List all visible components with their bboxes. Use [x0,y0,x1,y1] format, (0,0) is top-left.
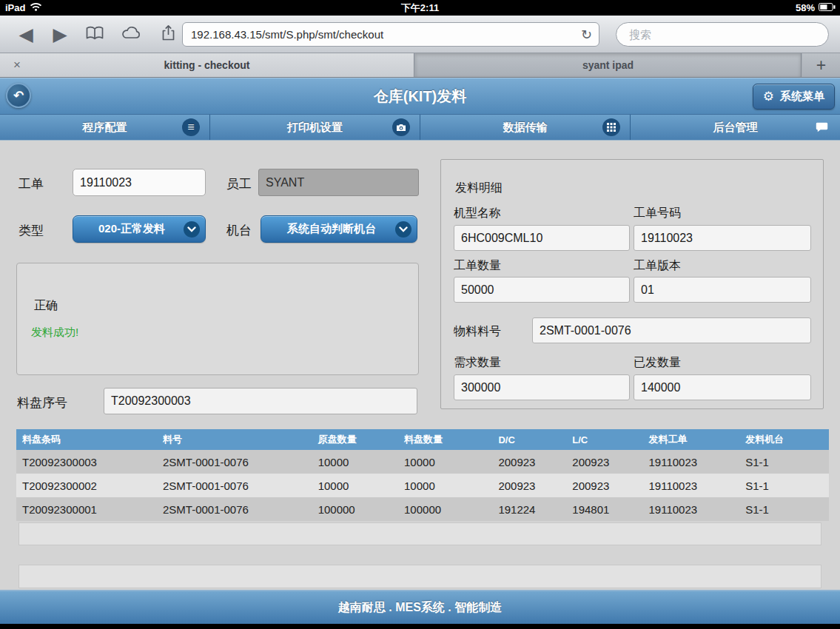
back-arrow-icon: ◀ [19,25,33,44]
issued-qty-label: 已发数量 [634,355,681,371]
col-header-lc: L/C [566,429,642,450]
col-header-dc: D/C [492,429,566,450]
col-header-barcode: 料盘条码 [16,429,157,450]
employee-field [258,169,419,196]
chevron-down-icon [395,221,411,238]
empty-row [19,522,821,545]
col-header-orig-qty: 原盘数量 [312,429,398,450]
search-input[interactable] [628,27,817,41]
browser-toolbar: ◀ ▶ [0,16,840,53]
status-message-box: 正确 发料成功! [16,263,419,375]
type-label: 类型 [19,222,44,239]
col-header-issue-order: 发料工单 [643,429,740,450]
required-qty-field [454,374,630,400]
status-message: 发料成功! [31,326,78,340]
app-footer: 越南耐思 . MES系统 . 智能制造 [0,590,840,624]
bookmarks-button[interactable] [78,16,111,53]
order-qty-field [454,277,630,303]
order-number-field [634,225,811,251]
tab-label: syant ipad [582,59,634,71]
system-menu-label: 系统菜单 [780,90,824,104]
app-header: ↶ 仓库(KIT)发料 ⚙ 系统菜单 [0,78,840,115]
menu-icon: ≡ [182,118,200,136]
forward-arrow-icon: ▶ [53,25,67,44]
cloud-icon [121,26,141,42]
col-header-tray-qty: 料盘数量 [398,429,492,450]
refresh-icon[interactable]: ↻ [581,27,592,43]
material-number-label: 物料料号 [454,324,501,340]
work-order-label: 工单 [19,175,44,192]
tab-kitting-checkout[interactable]: × kitting - checkout [0,53,414,77]
nav-label: 打印机设置 [287,121,343,135]
order-qty-label: 工单数量 [454,258,501,274]
machine-label: 机台 [226,222,252,239]
tray-serial-input[interactable] [104,388,417,414]
nav-label: 程序配置 [83,121,127,135]
order-number-label: 工单号码 [634,206,681,221]
system-menu-button[interactable]: ⚙ 系统菜单 [753,84,835,110]
nav-item-printer-settings[interactable]: 打印机设置 [210,115,420,140]
machine-dropdown[interactable]: 系统自动判断机台 [261,215,417,243]
ipad-screen: iPad 下午2:11 58% [0,0,840,629]
battery-icon [819,2,836,13]
model-name-field [454,225,630,251]
tray-serial-label: 料盘序号 [17,394,67,411]
tray-table: 料盘条码 料号 原盘数量 料盘数量 D/C L/C 发料工单 发料机台 T200… [16,429,829,521]
bottom-bar [0,624,840,629]
plus-icon: + [816,56,826,75]
new-tab-button[interactable]: + [802,53,840,77]
tab-label: kitting - checkout [164,59,250,71]
chevron-down-icon [184,221,200,238]
icloud-tabs-button[interactable] [114,16,148,53]
col-header-partno: 料号 [157,429,312,450]
issue-details-panel: 发料明细 机型名称 工单号码 工单数量 工单版本 物料料号 需求数量 已发数量 [440,159,824,409]
type-dropdown-value: 020-正常发料 [98,222,165,236]
tab-bar: × kitting - checkout syant ipad + [0,53,840,78]
status-bar: iPad 下午2:11 58% [0,0,840,16]
book-icon [85,26,104,43]
nav-label: 数据传输 [503,121,548,135]
empty-row [19,565,821,588]
battery-percent: 58% [796,2,815,13]
url-input[interactable] [189,27,577,41]
address-bar[interactable]: ↻ [182,22,599,47]
share-icon [160,24,177,44]
table-header-row: 料盘条码 料号 原盘数量 料盘数量 D/C L/C 发料工单 发料机台 [16,429,829,450]
search-field[interactable] [616,22,829,47]
machine-dropdown-value: 系统自动判断机台 [287,222,376,236]
tab-syant-ipad[interactable]: syant ipad [415,53,802,77]
required-qty-label: 需求数量 [454,355,501,371]
share-button[interactable] [152,16,184,53]
material-number-field [532,317,811,343]
panel-title: 发料明细 [455,181,503,196]
work-order-input[interactable] [73,169,206,196]
type-dropdown[interactable]: 020-正常发料 [73,215,206,243]
employee-label: 员工 [226,175,252,192]
col-header-issue-machine: 发料机台 [739,429,829,450]
nav-item-program-config[interactable]: 程序配置 ≡ [0,115,210,140]
close-icon[interactable]: × [13,58,21,73]
footer-text: 越南耐思 . MES系统 . 智能制造 [338,600,502,616]
nav-label: 后台管理 [713,121,758,135]
grid-icon [602,118,620,136]
nav-item-data-transfer[interactable]: 数据传输 [420,115,631,140]
camera-icon [392,118,410,136]
browser-forward-button[interactable]: ▶ [46,16,74,53]
order-version-field [634,277,811,303]
browser-back-button[interactable]: ◀ [12,16,40,53]
table-row[interactable]: T200923000032SMT-0001-0076 1000010000 20… [16,450,829,474]
chat-bubble-icon [813,118,830,136]
table-row[interactable]: T200923000012SMT-0001-0076 100000100000 … [16,497,829,521]
nav-item-backend-admin[interactable]: 后台管理 [631,115,840,140]
clock: 下午2:11 [401,1,439,15]
page-title: 仓库(KIT)发料 [0,78,840,115]
gear-icon: ⚙ [763,90,774,103]
status-title: 正确 [34,298,58,314]
issued-qty-field [634,374,811,400]
table-row[interactable]: T200923000022SMT-0001-0076 1000010000 20… [16,474,829,497]
order-version-label: 工单版本 [634,258,681,274]
model-name-label: 机型名称 [454,206,501,221]
nav-bar: 程序配置 ≡ 打印机设置 数据传输 [0,115,840,141]
